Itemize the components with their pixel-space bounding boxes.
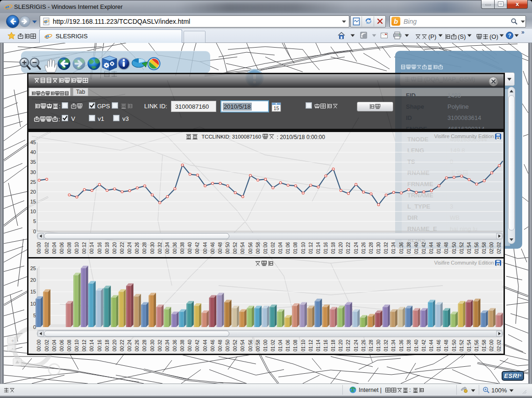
svg-text:00:30: 00:30 [149,340,155,351]
svg-text:15: 15 [30,289,35,294]
svg-text:01:52: 01:52 [459,242,464,254]
svg-text:00:10: 00:10 [74,340,79,351]
svg-text:00:42: 00:42 [195,340,200,351]
svg-text:00:12: 00:12 [82,242,87,254]
svg-text:00:22: 00:22 [119,242,124,254]
svg-text:00:34: 00:34 [164,242,170,254]
svg-text:00:32: 00:32 [157,242,162,254]
svg-text:35: 35 [30,159,35,165]
svg-text:01:32: 01:32 [383,340,389,351]
svg-text:00:52: 00:52 [233,340,238,351]
svg-text:00:44: 00:44 [202,340,207,351]
svg-text:15: 15 [273,105,279,111]
svg-text:01:32: 01:32 [383,242,389,254]
svg-text:00:42: 00:42 [195,242,200,254]
svg-text:e: e [45,33,49,40]
svg-text:01:44: 01:44 [429,242,434,254]
svg-text:00:44: 00:44 [202,242,207,254]
svg-text:00:08: 00:08 [66,242,71,254]
svg-text:01:12: 01:12 [308,242,313,254]
svg-text:01:42: 01:42 [421,340,426,351]
svg-text:01:34: 01:34 [391,340,396,351]
svg-text:10: 10 [30,209,35,214]
svg-text:01:16: 01:16 [323,340,328,351]
svg-text:00:58: 00:58 [255,340,260,351]
svg-text:10: 10 [30,301,35,307]
svg-text:e: e [44,18,48,25]
svg-text:00:38: 00:38 [180,340,185,351]
svg-text:01:40: 01:40 [413,242,419,254]
svg-text:02:00: 02:00 [489,242,494,254]
svg-text:5: 5 [33,218,35,224]
svg-text:01:20: 01:20 [338,340,343,351]
svg-text:01:28: 01:28 [368,340,373,351]
svg-text::: : [58,116,60,122]
svg-text:00:08: 00:08 [66,340,71,351]
svg-text:01:08: 01:08 [293,340,298,351]
svg-text:01:44: 01:44 [429,340,434,351]
svg-text:01:50: 01:50 [451,242,456,254]
svg-text:00:04: 00:04 [51,340,57,351]
svg-text:00:10: 00:10 [74,242,79,254]
svg-text:20: 20 [30,277,35,283]
svg-text:02:00: 02:00 [489,340,494,351]
svg-text:01:48: 01:48 [444,242,449,254]
svg-text:01:48: 01:48 [444,340,449,351]
svg-text:00:30: 00:30 [149,242,155,254]
svg-text:01:04: 01:04 [278,242,283,254]
svg-text:20: 20 [30,189,35,195]
svg-text:00:40: 00:40 [187,340,192,351]
svg-text:01:10: 01:10 [300,242,305,254]
svg-text:00:24: 00:24 [127,242,132,254]
svg-text:00:14: 00:14 [89,340,94,351]
svg-text:00:12: 00:12 [82,340,87,351]
svg-text:01:14: 01:14 [315,340,320,351]
svg-text:01:24: 01:24 [353,242,358,254]
svg-text:01:36: 01:36 [398,242,404,254]
svg-text:02:02: 02:02 [497,242,502,254]
svg-text:01:10: 01:10 [300,340,305,351]
svg-text:00:14: 00:14 [89,242,94,254]
svg-text:01:46: 01:46 [436,242,441,254]
svg-text:25: 25 [30,265,35,271]
svg-text:00:40: 00:40 [187,242,192,254]
svg-text:01:40: 01:40 [413,340,419,351]
svg-text:00:36: 00:36 [172,242,177,254]
svg-text:00:28: 00:28 [142,340,147,351]
svg-text:01:58: 01:58 [482,242,487,254]
svg-text::: : [59,103,60,110]
svg-text:01:00: 01:00 [262,340,268,351]
svg-text:00:18: 00:18 [104,242,109,254]
svg-text:00:34: 00:34 [164,340,170,351]
svg-text:00:16: 00:16 [97,340,102,351]
svg-text:02:02: 02:02 [497,340,502,351]
svg-text:00:24: 00:24 [127,340,132,351]
svg-text:01:58: 01:58 [482,340,487,351]
svg-text:00:04: 00:04 [51,242,57,254]
svg-text:00:58: 00:58 [255,242,260,254]
svg-text:01:26: 01:26 [361,340,366,351]
svg-text:01:26: 01:26 [361,242,366,254]
svg-text:25: 25 [30,179,35,185]
svg-text:01:04: 01:04 [278,340,283,351]
svg-text:00:28: 00:28 [142,242,147,254]
svg-text:?: ? [508,33,511,38]
svg-text:00:00: 00:00 [36,340,42,351]
svg-text:15: 15 [30,199,35,204]
svg-text:00:32: 00:32 [157,340,162,351]
svg-text:00:50: 00:50 [225,340,230,351]
svg-text:+: + [11,338,14,343]
svg-text:01:18: 01:18 [331,242,336,254]
svg-text:00:36: 00:36 [172,340,177,351]
svg-text:01:08: 01:08 [293,242,298,254]
svg-text:01:56: 01:56 [474,242,479,254]
svg-text:30: 30 [30,169,35,175]
svg-text:00:38: 00:38 [180,242,185,254]
svg-text:-: - [12,345,14,351]
svg-text:00:56: 00:56 [248,340,253,351]
svg-text:01:06: 01:06 [285,242,291,254]
svg-text:01:36: 01:36 [398,340,404,351]
svg-text:01:18: 01:18 [331,340,336,351]
svg-text:00:02: 00:02 [44,340,49,351]
svg-text:00:50: 00:50 [225,242,230,254]
